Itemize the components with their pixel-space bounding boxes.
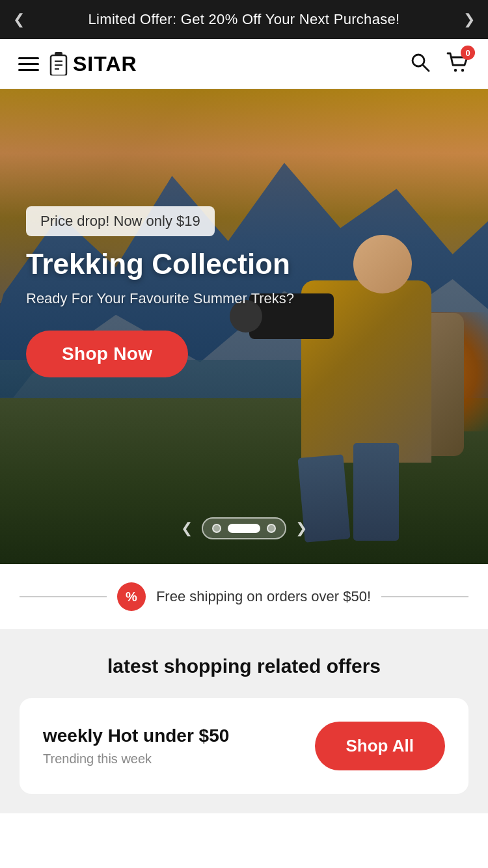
svg-point-7 [454, 69, 457, 72]
shipping-line-right [381, 596, 468, 597]
shop-now-button[interactable]: Shop Now [26, 331, 188, 377]
search-button[interactable] [409, 51, 432, 77]
hamburger-menu-button[interactable] [18, 57, 39, 71]
offer-card-subtitle: Trending this week [43, 752, 229, 766]
header-right: 0 [409, 51, 470, 77]
carousel-controls: ❮ ❯ [181, 517, 307, 539]
price-badge: Price drop! Now only $19 [26, 206, 215, 236]
carousel-dots [202, 517, 286, 539]
svg-line-6 [423, 65, 429, 71]
announcement-bar: ❮ Limited Offer: Get 20% Off Your Next P… [0, 0, 488, 39]
shipping-line-left [20, 596, 107, 597]
announcement-prev-arrow[interactable]: ❮ [13, 11, 25, 28]
shipping-bar: % Free shipping on orders over $50! [0, 564, 488, 629]
logo-icon [49, 52, 68, 75]
shipping-text: Free shipping on orders over $50! [156, 588, 371, 605]
logo[interactable]: SITAR [49, 52, 137, 76]
offers-section: latest shopping related offers weekly Ho… [0, 629, 488, 813]
carousel-dot-3[interactable] [267, 524, 276, 533]
shipping-badge-icon: % [117, 582, 146, 611]
offers-section-title: latest shopping related offers [20, 655, 468, 677]
svg-point-8 [461, 69, 464, 72]
cart-button[interactable]: 0 [445, 51, 470, 77]
cart-badge: 0 [461, 46, 475, 60]
header-left: SITAR [18, 52, 137, 76]
announcement-text: Limited Offer: Get 20% Off Your Next Pur… [88, 11, 400, 28]
hero-banner: Price drop! Now only $19 Trekking Collec… [0, 89, 488, 564]
carousel-prev-arrow[interactable]: ❮ [181, 520, 193, 537]
shop-all-button[interactable]: Shop All [315, 722, 445, 770]
carousel-next-arrow[interactable]: ❯ [295, 520, 307, 537]
announcement-next-arrow[interactable]: ❯ [463, 11, 475, 28]
search-icon [409, 51, 432, 74]
hero-subtitle: Ready For Your Favourite Summer Treks? [26, 290, 462, 307]
hero-content: Price drop! Now only $19 Trekking Collec… [0, 89, 488, 564]
offer-card: weekly Hot under $50 Trending this week … [20, 698, 468, 794]
hero-title: Trekking Collection [26, 248, 462, 281]
offer-card-info: weekly Hot under $50 Trending this week [43, 726, 229, 766]
carousel-dot-active[interactable] [228, 524, 260, 533]
header: SITAR 0 [0, 39, 488, 89]
offer-card-title: weekly Hot under $50 [43, 726, 229, 746]
carousel-dot-1[interactable] [212, 524, 221, 533]
logo-text: SITAR [73, 52, 137, 76]
